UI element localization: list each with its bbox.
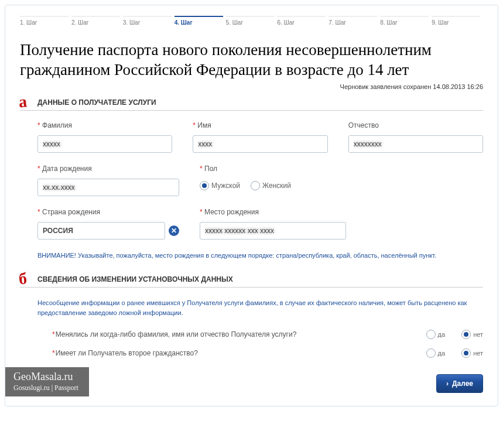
question-name-change: Менялись ли когда-либо фамилия, имя или … <box>52 330 426 338</box>
step-4[interactable]: 4. Шаг <box>174 16 226 26</box>
patronymic-label: Отчество <box>348 121 483 129</box>
q1-yes-radio[interactable] <box>426 330 436 339</box>
dob-input[interactable] <box>37 179 179 196</box>
question-second-citizenship: Имеет ли Получатель второе гражданство? <box>52 349 426 357</box>
step-1[interactable]: 1. Шаг <box>20 16 71 26</box>
next-button[interactable]: › Далее <box>436 374 483 393</box>
patronymic-input[interactable] <box>348 135 483 153</box>
q2-no-radio[interactable] <box>461 348 471 358</box>
name-input[interactable] <box>193 135 327 153</box>
q1-no-option[interactable]: нет <box>461 330 483 339</box>
step-2[interactable]: 2. Шаг <box>71 16 123 26</box>
gender-label: Пол <box>200 165 483 173</box>
place-input[interactable] <box>200 222 346 240</box>
country-input[interactable] <box>37 222 165 240</box>
change-notice: Несообщение информации о ранее имевшихся… <box>20 298 483 318</box>
surname-input[interactable] <box>37 135 172 153</box>
draft-status: Черновик заявления сохранен 14.08.2013 1… <box>20 83 483 90</box>
step-3[interactable]: 3. Шаг <box>123 16 174 26</box>
gender-male-radio[interactable] <box>200 181 209 190</box>
surname-label: Фамилия <box>37 121 172 129</box>
country-label: Страна рождения <box>37 208 179 216</box>
gender-male-option[interactable]: Мужской <box>200 181 240 190</box>
step-7[interactable]: 7. Шаг <box>329 16 380 26</box>
step-9[interactable]: 9. Шаг <box>432 16 483 26</box>
q2-no-option[interactable]: нет <box>461 348 483 358</box>
chevron-right-icon: › <box>446 379 449 388</box>
watermark: GeoMasala.ru Gosuslugi.ru | Passport <box>5 367 89 396</box>
form-card: 1. Шаг 2. Шаг 3. Шаг 4. Шаг 5. Шаг 6. Ша… <box>5 5 498 406</box>
handwritten-annotation-a: а <box>18 92 28 111</box>
watermark-subtitle: Gosuslugi.ru | Passport <box>13 384 78 392</box>
step-8[interactable]: 8. Шаг <box>380 16 432 26</box>
q1-no-radio[interactable] <box>461 330 471 339</box>
handwritten-annotation-b: б <box>18 269 28 288</box>
clear-country-icon[interactable]: ✕ <box>169 225 179 236</box>
stepper: 1. Шаг 2. Шаг 3. Шаг 4. Шаг 5. Шаг 6. Ша… <box>20 16 483 26</box>
place-label: Место рождения <box>200 208 483 216</box>
q2-yes-radio[interactable] <box>426 348 436 358</box>
q1-yes-option[interactable]: да <box>426 330 446 339</box>
gender-female-option[interactable]: Женский <box>251 181 291 190</box>
step-5[interactable]: 5. Шаг <box>226 16 278 26</box>
page-title: Получение паспорта нового поколения несо… <box>20 40 483 80</box>
q2-yes-option[interactable]: да <box>426 348 446 358</box>
gender-female-radio[interactable] <box>251 181 260 190</box>
step-6[interactable]: 6. Шаг <box>277 16 329 26</box>
dob-label: Дата рождения <box>37 165 179 173</box>
section-change-header: б СВЕДЕНИЯ ОБ ИЗМЕНЕНИИ УСТАНОВОЧНЫХ ДАН… <box>20 275 483 288</box>
section-recipient-header: а ДАННЫЕ О ПОЛУЧАТЕЛЕ УСЛУГИ <box>20 98 483 111</box>
place-hint: ВНИМАНИЕ! Указывайте, пожалуйста, место … <box>37 251 483 260</box>
name-label: Имя <box>193 121 327 129</box>
watermark-title: GeoMasala.ru <box>13 371 78 384</box>
